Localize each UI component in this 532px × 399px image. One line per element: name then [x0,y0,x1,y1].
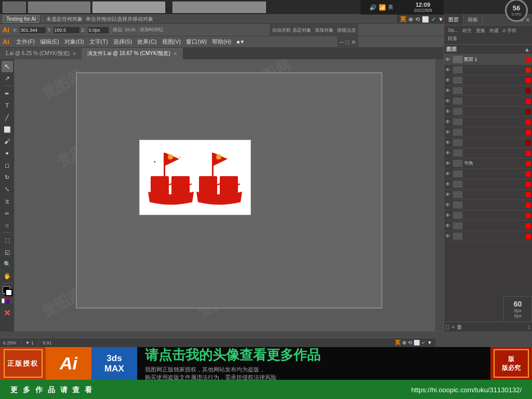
tool-blob[interactable]: ✦ [2,148,13,159]
tool-line[interactable]: ╱ [2,112,13,123]
win-maximize[interactable]: □ [345,39,349,45]
tab-1[interactable]: 1.ai @ 6.25 % (CMYK/预览) ✕ [0,48,82,59]
prop-align[interactable]: 对方 [460,27,474,35]
tool-direct-select[interactable]: ↗ [2,73,13,84]
tool-graph[interactable]: ⬚ [2,234,13,246]
panel-close-icon[interactable]: ✕ [525,17,530,23]
layer-row-6[interactable]: 👁 [444,107,532,117]
tool-rotate[interactable]: ↻ [2,171,13,183]
tool-rect[interactable]: ⬜ [2,124,13,135]
status-icon5[interactable]: ▼ [427,340,432,345]
prop-transform[interactable]: 变换 [474,27,487,35]
color-fill-stroke[interactable] [2,285,13,297]
layer-row-9[interactable]: 👁 [444,138,532,148]
layer-eye-6[interactable]: 👁 [445,109,451,114]
prop-y-input[interactable] [53,26,80,34]
layer-row-16[interactable]: 👁 [444,210,532,221]
tool-artboard[interactable]: ◱ [2,246,13,258]
color-pattern[interactable] [10,298,13,303]
layer-eye-12[interactable]: 👁 [445,171,451,177]
icon-dropdown[interactable]: ▼ [438,16,444,22]
menu-effect[interactable]: 效果(C) [135,38,159,46]
tool-pen[interactable]: ✒ [2,88,13,99]
layer-move-icon[interactable]: ↕ [528,324,531,330]
tool-select[interactable]: ↖ [2,61,13,72]
layer-row-7[interactable]: 👁 [444,117,532,127]
layer-eye-3[interactable]: 👁 [445,77,451,83]
layer-eye-5[interactable]: 👁 [445,98,451,104]
layer-row-1[interactable]: 👁 图层 1 [444,55,532,65]
layer-eye-18[interactable]: 👁 [445,233,451,239]
prop-character[interactable]: A 字符 [501,27,518,35]
icon-box[interactable]: ⬜ [422,16,429,23]
layer-row-3[interactable]: 👁 [444,75,532,86]
status-icon3[interactable]: ⬜ [414,340,420,345]
win-close[interactable]: ✕ [351,39,356,46]
layer-row-5[interactable]: 👁 [444,96,532,107]
menu-object[interactable]: 对象(O) [62,38,87,46]
layer-eye-16[interactable]: 👁 [445,212,451,218]
prop-paragraph[interactable]: 段落 [446,35,459,43]
prop-z-input[interactable] [87,26,109,34]
menu-extra[interactable]: ■▼ [234,39,247,45]
layer-row-13[interactable]: 👁 [444,179,532,190]
tool-zoom[interactable]: 🔍 [2,258,13,270]
tool-text[interactable]: T [2,100,13,111]
status-icon4[interactable]: ✔ [421,340,425,345]
layer-eye-10[interactable]: 👁 [445,150,451,156]
layer-row-18[interactable]: 👁 [444,231,532,242]
menu-help[interactable]: 帮助(H) [209,38,234,46]
icon-check[interactable]: ✔ [431,16,436,23]
canvas-area[interactable]: 觉图网 觉图网 觉图网 觉图网 觉图网 觉图网 觉图网 觉图网 觉图网 觉图网 … [15,59,435,331]
tool-blend[interactable]: ∞ [2,207,13,219]
layer-row-4[interactable]: 👁 [444,86,532,96]
panel-tab-artboard[interactable]: 画板 [463,15,483,25]
layer-eye-13[interactable]: 👁 [445,181,451,187]
win-minimize[interactable]: ─ [340,39,344,45]
layer-delete-icon[interactable]: 🗑 [457,324,462,330]
tab-2-close[interactable]: ✕ [173,51,177,57]
color-gradient[interactable] [6,298,9,303]
tab-1-close[interactable]: ✕ [72,51,76,57]
layer-options-icon[interactable]: ⎕ [446,324,449,330]
tool-hand[interactable]: 🖐 [2,270,13,282]
icon-plus[interactable]: ⊕ [408,16,413,23]
tool-eraser[interactable]: ◻ [2,159,13,171]
prop-appearance[interactable]: 外观 [487,27,501,35]
layer-row-15[interactable]: 👁 [444,200,532,210]
layer-row-8[interactable]: 👁 [444,127,532,138]
menu-file[interactable]: 文件(F) [14,38,37,46]
layers-list[interactable]: 👁 图层 1 👁 👁 👁 👁 [444,55,532,322]
preview-thumb-1[interactable] [3,2,26,13]
menu-select[interactable]: 选择(S) [111,38,135,46]
menu-edit[interactable]: 编辑(E) [37,38,62,46]
layer-row-2[interactable]: 👁 [444,65,532,75]
layer-eye-9[interactable]: 👁 [445,140,451,145]
menu-text[interactable]: 文字(T) [87,38,111,46]
preview-thumb-2[interactable] [28,2,90,13]
tool-warp[interactable]: ⧖ [2,195,13,207]
layer-eye-8[interactable]: 👁 [445,129,451,135]
layer-eye-7[interactable]: 👁 [445,119,451,125]
volume-knob[interactable]: 56 0.5% [505,0,528,22]
panel-tab-layers[interactable]: 图层 [444,15,463,25]
icon-rotate[interactable]: ⟲ [415,16,420,23]
status-icon1[interactable]: ⊕ [402,340,406,345]
layer-eye-sj[interactable]: 👁 [445,161,451,166]
layer-row-12[interactable]: 👁 [444,169,532,179]
color-none[interactable] [2,298,5,303]
menu-window[interactable]: 窗口(W) [183,38,209,46]
layer-row-17[interactable]: 👁 [444,221,532,231]
status-icon2[interactable]: ⟲ [408,340,412,345]
tab-2[interactable]: 演文件1.ai @ 16.67 % (CMYK/预览) ✕ [82,48,183,59]
layer-eye-2[interactable]: 👁 [445,67,451,73]
tool-symbolsprayer[interactable]: ☼ [2,219,13,231]
layer-row-shuijiao[interactable]: 👁 书角 [444,158,532,169]
tool-scale[interactable]: ⤡ [2,183,13,195]
layer-eye-17[interactable]: 👁 [445,223,451,229]
menu-view[interactable]: 视图(V) [159,38,184,46]
preview-thumb-3[interactable] [92,2,165,13]
layer-row-14[interactable]: 👁 [444,190,532,200]
prop-opacity[interactable]: Op... [446,27,460,35]
prop-x-input[interactable] [19,26,46,34]
